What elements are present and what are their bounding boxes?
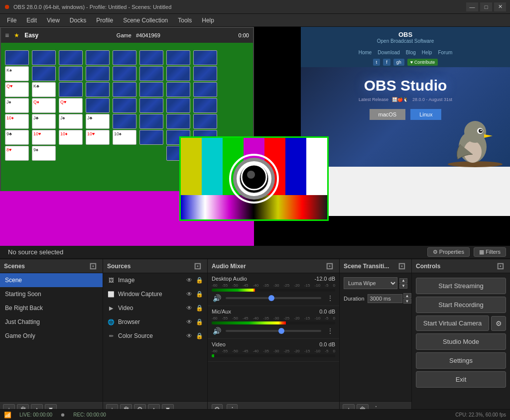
mic-audio-db: 0.0 dB [319, 309, 335, 315]
start-virtual-camera-button[interactable]: Start Virtual Camera [416, 315, 489, 331]
titlebar: ⏺ OBS 28.0.0 (64-bit, windows) - Profile… [0, 0, 510, 14]
desktop-meter-scale: -60-55-50-45-40-35-30-25-20-15-10-50 [212, 283, 335, 288]
svg-marker-4 [484, 134, 493, 138]
menu-file[interactable]: File [2, 16, 21, 25]
desktop-audio-menu[interactable]: ⋮ [325, 293, 335, 303]
scene-item-just-chatting[interactable]: Just Chatting [0, 315, 103, 329]
source-lock-video[interactable]: 🔒 [195, 304, 203, 312]
filters-button[interactable]: ▦ Filters [474, 247, 506, 257]
mic-audio-meter [212, 321, 335, 324]
scene-item-scene[interactable]: Scene [0, 273, 103, 287]
desktop-audio-meter [212, 289, 335, 292]
source-eye-image[interactable]: 👁 [185, 276, 193, 284]
sources-popout-icon[interactable]: ⊡ [192, 261, 203, 272]
scenes-popout-icon[interactable]: ⊡ [87, 261, 99, 272]
window-capture-source-icon: ⬜ [107, 290, 115, 298]
scenes-title: Scenes [4, 263, 25, 270]
mic-audio-menu[interactable]: ⋮ [325, 326, 335, 336]
source-item-image[interactable]: 🖼 Image 👁 🔒 [103, 273, 207, 287]
source-lock-browser[interactable]: 🔒 [195, 318, 203, 326]
source-item-window-capture[interactable]: ⬜ Window Capture 👁 🔒 [103, 287, 207, 301]
color-source-icon: ✏ [107, 332, 115, 340]
mic-meter-scale: -60-55-50-45-40-35-30-25-20-15-10-50 [212, 316, 335, 320]
desktop-audio-label: Desktop Audio [212, 276, 247, 282]
scenes-panel: Scenes ⊡ Scene Starting Soon Be Right Ba… [0, 259, 103, 417]
sources-panel-header: Sources ⊡ [103, 259, 207, 273]
source-item-color[interactable]: ✏ Color Source 👁 🔒 [103, 329, 207, 343]
transition-duration-row: Duration ▲ ▼ [340, 291, 411, 306]
source-name-color: Color Source [118, 332, 153, 339]
menu-edit[interactable]: Edit [21, 16, 42, 25]
sources-title: Sources [107, 263, 130, 270]
duration-input[interactable] [368, 294, 402, 303]
source-name-video: Video [118, 305, 133, 312]
virtual-camera-settings-button[interactable]: ⚙ [491, 316, 506, 331]
rec-status: REC: 00:00:00 [73, 412, 106, 418]
scene-item-be-right-back[interactable]: Be Right Back [0, 301, 103, 315]
window-controls: — □ ✕ [466, 2, 506, 11]
desktop-volume-slider[interactable] [226, 297, 321, 299]
audio-title: Audio Mixer [212, 263, 246, 270]
source-eye-video[interactable]: 👁 [185, 304, 193, 312]
menu-help[interactable]: Help [197, 16, 219, 25]
controls-title: Controls [416, 263, 440, 270]
transitions-popout-icon[interactable]: ⊡ [396, 261, 407, 272]
menu-tools[interactable]: Tools [173, 16, 197, 25]
minimize-button[interactable]: — [466, 2, 478, 11]
controls-panel-header: Controls ⊡ [412, 259, 510, 273]
source-eye-color[interactable]: 👁 [185, 332, 193, 340]
properties-button[interactable]: ⚙ Properties [427, 247, 470, 257]
duration-label: Duration [344, 296, 365, 302]
obs-macos-btn[interactable]: macOS [370, 109, 406, 120]
source-lock-image[interactable]: 🔒 [195, 276, 203, 284]
studio-mode-button[interactable]: Studio Mode [416, 333, 506, 350]
settings-button[interactable]: Settings [416, 352, 506, 369]
obs-linux-btn[interactable]: Linux [410, 109, 441, 120]
scene-list: Scene Starting Soon Be Right Back Just C… [0, 273, 103, 401]
transitions-title: Scene Transiti... [344, 263, 389, 270]
mic-volume-slider[interactable] [226, 330, 321, 332]
audio-popout-icon[interactable]: ⊡ [324, 261, 335, 272]
controls-popout-icon[interactable]: ⊡ [495, 261, 506, 272]
scene-item-starting-soon[interactable]: Starting Soon [0, 287, 103, 301]
start-recording-button[interactable]: Start Recording [416, 297, 506, 313]
maximize-button[interactable]: □ [480, 2, 492, 11]
video-meter-scale: -60-55-50-45-40-35-30-25-20-15-10-50 [212, 349, 335, 353]
duration-down[interactable]: ▼ [403, 299, 411, 304]
source-eye-browser[interactable]: 👁 [185, 318, 193, 326]
transition-type-select[interactable]: Luma Wipe Cut Fade Swipe [344, 277, 397, 289]
transition-type-up[interactable]: ▲ [399, 278, 407, 283]
menu-profile[interactable]: Profile [91, 16, 118, 25]
menu-docks[interactable]: Docks [65, 16, 91, 25]
mic-audio-controls: 🔊 ⋮ [212, 326, 335, 336]
source-lock-color[interactable]: 🔒 [195, 332, 203, 340]
obs-site-hero: OBS Studio Latest Release 🪟🍎🐧 28.0.0 - A… [301, 67, 510, 167]
obs-site-header: OBS Open Broadcast Software [301, 27, 510, 48]
video-audio-db: 0.0 dB [319, 341, 335, 347]
status-bar: No source selected ⚙ Properties ▦ Filter… [0, 246, 510, 259]
panels-container: Scenes ⊡ Scene Starting Soon Be Right Ba… [0, 259, 510, 417]
video-audio-meter [212, 354, 335, 357]
scene-transitions-panel: Scene Transiti... ⊡ Luma Wipe Cut Fade S… [340, 259, 412, 417]
obs-logo [229, 154, 279, 204]
start-streaming-button[interactable]: Start Streaming [416, 278, 506, 294]
record-icon: ⏺ [60, 412, 65, 418]
duration-up[interactable]: ▲ [403, 293, 411, 298]
close-button[interactable]: ✕ [494, 2, 506, 11]
bird-illustration [445, 107, 505, 172]
browser-source-icon: 🌐 [107, 318, 115, 326]
mic-mute-button[interactable]: 🔊 [212, 326, 222, 336]
video-audio-label: Video [212, 341, 226, 347]
mic-audio-label: Mic/Aux [212, 309, 231, 315]
source-item-video[interactable]: ▶ Video 👁 🔒 [103, 301, 207, 315]
desktop-mute-button[interactable]: 🔊 [212, 293, 222, 303]
source-name-image: Image [118, 277, 134, 284]
menu-scene-collection[interactable]: Scene Collection [118, 16, 173, 25]
source-lock-window[interactable]: 🔒 [195, 290, 203, 298]
source-item-browser[interactable]: 🌐 Browser 👁 🔒 [103, 315, 207, 329]
scene-item-game-only[interactable]: Game Only [0, 329, 103, 343]
exit-button[interactable]: Exit [416, 371, 506, 388]
source-eye-window[interactable]: 👁 [185, 290, 193, 298]
menu-view[interactable]: View [42, 16, 65, 25]
transition-type-down[interactable]: ▼ [399, 284, 407, 289]
